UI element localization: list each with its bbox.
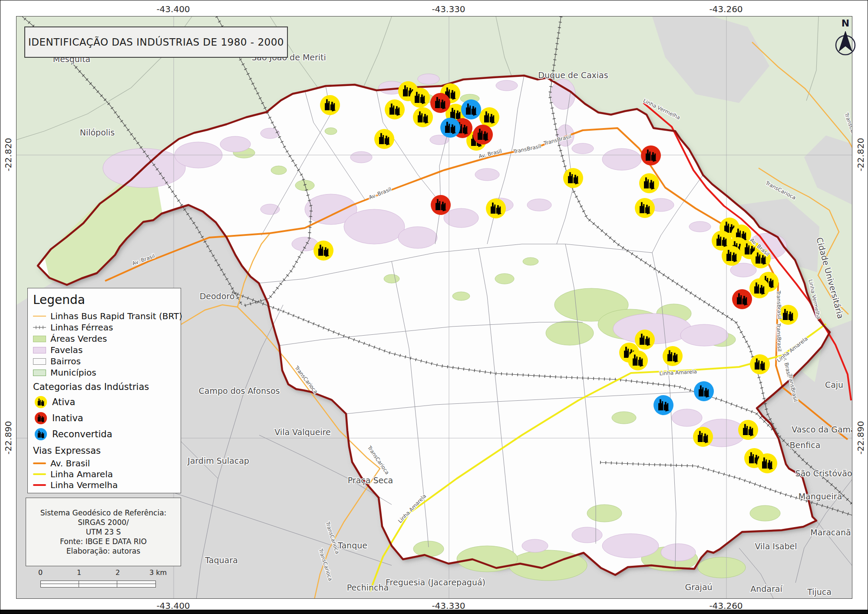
place-label: Freguesia (Jacarepaguá) bbox=[386, 578, 485, 587]
industry-marker-ativa bbox=[693, 427, 713, 447]
industry-marker-inativa bbox=[431, 195, 451, 215]
industry-marker-inativa bbox=[473, 125, 493, 145]
place-label: Vila Isabel bbox=[755, 541, 797, 551]
industry-marker-ativa bbox=[749, 278, 769, 298]
brt-line-swatch bbox=[33, 316, 46, 317]
graticule-label-right-1: -22.820 bbox=[855, 138, 866, 171]
industry-marker-ativa bbox=[757, 453, 777, 473]
north-label: N bbox=[828, 18, 863, 29]
linha-amarela-line-swatch bbox=[33, 473, 46, 475]
north-arrow: N bbox=[828, 18, 863, 61]
industry-marker-ativa bbox=[374, 129, 394, 149]
industry-marker-ativa bbox=[385, 99, 405, 119]
legend-item-areas-verdes: Áreas Verdes bbox=[33, 333, 175, 344]
industry-ativa-icon bbox=[33, 394, 49, 410]
place-label: Tijuca bbox=[807, 587, 832, 597]
industry-marker-ativa bbox=[320, 95, 340, 115]
road-label: TransBrasil bbox=[776, 290, 782, 319]
place-label: Nilópolis bbox=[80, 128, 115, 137]
industry-marker-ativa bbox=[635, 198, 655, 218]
industry-marker-ativa bbox=[635, 330, 655, 350]
industry-marker-ativa bbox=[628, 350, 648, 370]
graticule-label-right-2: -22.890 bbox=[855, 421, 866, 454]
industry-marker-ativa bbox=[486, 198, 506, 218]
info-line-fonte: Fonte: IBGE E DATA RIO bbox=[60, 537, 147, 546]
scalebar-bar bbox=[40, 581, 156, 588]
industry-marker-ativa bbox=[663, 346, 683, 366]
av-brasil-line-swatch bbox=[33, 462, 46, 464]
place-label: Pechincha bbox=[347, 583, 389, 592]
legend-via-linha-amarela: Linha Amarela bbox=[33, 469, 175, 479]
industry-reconvertida-icon bbox=[33, 426, 49, 442]
place-label: Vasco da Gama bbox=[792, 425, 852, 434]
industry-marker-ativa bbox=[738, 420, 758, 440]
scalebar-tick-0: 0 bbox=[38, 568, 43, 577]
industry-marker-ativa bbox=[639, 173, 659, 193]
industry-marker-inativa bbox=[641, 145, 661, 165]
legend-category-inativa: Inativa bbox=[33, 410, 175, 426]
place-label: Benfica bbox=[790, 440, 821, 450]
industry-marker-ativa bbox=[563, 168, 583, 188]
legend-item-municipios: Municípios bbox=[33, 367, 175, 378]
info-line-crs: Sistema Geodésico de Referência: SIRGAS … bbox=[26, 508, 181, 527]
road-label: TransBrasil bbox=[776, 323, 782, 352]
linha-vermelha-line-swatch bbox=[33, 484, 46, 486]
legend-categories-heading: Categorias das Indústrias bbox=[33, 382, 175, 392]
industry-marker-inativa bbox=[732, 289, 752, 309]
industry-marker-reconvertida bbox=[653, 395, 673, 415]
map-title: IDENTIFICAÇÃO DAS INDÚSTRIAS DE 1980 - 2… bbox=[28, 36, 284, 48]
industry-marker-reconvertida bbox=[440, 118, 460, 138]
graticule-label-left-2: -22.890 bbox=[3, 421, 13, 454]
graticule-label-left-1: -22.820 bbox=[3, 138, 13, 171]
legend: Legenda Linhas Bus Rapid Transit (BRT) L… bbox=[27, 288, 181, 493]
map-title-box: IDENTIFICAÇÃO DAS INDÚSTRIAS DE 1980 - 2… bbox=[24, 26, 288, 58]
railway-swatch bbox=[33, 325, 46, 330]
industry-marker-ativa bbox=[413, 107, 433, 127]
legend-via-av-brasil: Av. Brasil bbox=[33, 458, 175, 469]
scalebar-tick-3: 3 km bbox=[149, 568, 167, 577]
place-label: Mangueira bbox=[799, 492, 842, 501]
place-label: Deodoro bbox=[200, 291, 235, 301]
municipios-swatch bbox=[33, 370, 46, 376]
compass-icon bbox=[830, 29, 861, 59]
bairros-swatch bbox=[33, 358, 46, 365]
legend-item-bairros: Bairros bbox=[33, 356, 175, 367]
industry-marker-ativa bbox=[479, 107, 499, 127]
legend-category-ativa: Ativa bbox=[33, 394, 175, 410]
industry-marker-reconvertida bbox=[461, 99, 481, 119]
place-label: Maracanã bbox=[810, 528, 851, 537]
scalebar: 0 1 2 3 km bbox=[31, 568, 170, 594]
legend-via-linha-vermelha: Linha Vermelha bbox=[33, 479, 175, 490]
graticule-label-top-2: -43.330 bbox=[432, 4, 465, 14]
legend-item-railways: Linhas Férreas bbox=[33, 322, 175, 333]
legend-item-favelas: Favelas bbox=[33, 344, 175, 356]
place-label: Grajaú bbox=[685, 582, 712, 592]
areas-verdes-swatch bbox=[33, 336, 46, 342]
scalebar-tick-2: 2 bbox=[116, 568, 120, 577]
place-label: Praça Seca bbox=[348, 475, 393, 485]
place-label: Andaraí bbox=[750, 584, 782, 594]
legend-heading: Legenda bbox=[33, 293, 175, 307]
industry-marker-reconvertida bbox=[694, 381, 714, 401]
place-label: Tanque bbox=[337, 541, 367, 550]
graticule-label-top-3: -43.260 bbox=[709, 4, 743, 14]
legend-item-brt: Linhas Bus Rapid Transit (BRT) bbox=[33, 310, 175, 322]
place-label: Taquara bbox=[205, 555, 238, 565]
place-label: Vila Valqueire bbox=[274, 427, 330, 437]
info-line-utm: UTM 23 S bbox=[86, 527, 121, 537]
legend-category-reconvertida: Reconvertida bbox=[33, 426, 175, 442]
legend-vias-heading: Vias Expressas bbox=[33, 446, 175, 456]
industry-marker-ativa bbox=[314, 241, 333, 261]
industry-marker-inativa bbox=[430, 93, 450, 113]
map-layout-page: -43.400 -43.330 -43.260 -43.400 -43.330 … bbox=[0, 0, 868, 614]
place-label: Jardim Sulacap bbox=[187, 456, 249, 465]
industry-marker-ativa bbox=[722, 246, 742, 266]
industry-marker-ativa bbox=[410, 88, 430, 108]
scalebar-tick-1: 1 bbox=[77, 568, 81, 577]
place-label: Duque de Caxias bbox=[538, 70, 608, 80]
place-label: Caju bbox=[825, 380, 843, 390]
place-label: Campo dos Afonsos bbox=[199, 386, 280, 396]
industry-inativa-icon bbox=[33, 410, 49, 426]
reference-info-box: Sistema Geodésico de Referência: SIRGAS … bbox=[26, 498, 181, 566]
place-label: São Cristóvão bbox=[795, 469, 852, 478]
